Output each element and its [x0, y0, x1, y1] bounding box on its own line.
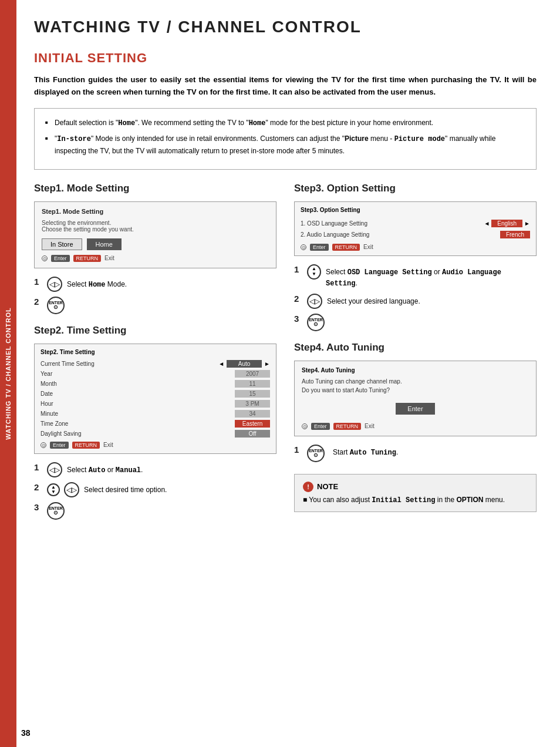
step2-inst1: 1 ◁▷ Select Auto or Manual. — [34, 462, 276, 477]
intro-text: This Function guides the user to easily … — [34, 74, 537, 99]
step3-inst1: 1 ▲ ▼ Select OSD Language Setting or Aud… — [294, 264, 537, 289]
step2-inst3: 3 ENTER ⊙ — [34, 502, 276, 520]
time-row-daylight: Daylight Saving Off — [41, 429, 270, 439]
step3-screen: Step3. Option Setting 1. OSD Language Se… — [294, 201, 537, 256]
step3-footer: ⊙ Enter RETURN Exit — [301, 244, 530, 251]
enter-icon-step2: ENTER ⊙ — [47, 502, 65, 520]
step4-footer: ⊙ Enter RETURN Exit — [302, 423, 529, 430]
step1-inst1: 1 ◁▷ Select Home Mode. — [34, 277, 276, 292]
step4-section: Step4. Auto Tuning Step4. Auto Tuning Au… — [294, 342, 537, 512]
right-column: Step3. Option Setting Step3. Option Sett… — [294, 183, 537, 524]
step3-inst1-text: Select OSD Language Setting or Audio Lan… — [326, 264, 537, 289]
note-title: ! NOTE — [303, 482, 528, 492]
lr-icon-step2b: ◁▷ — [64, 482, 79, 497]
step1-inst2: 2 ENTER ⊙ — [34, 297, 276, 314]
step1-heading: Step1. Mode Setting — [34, 183, 276, 194]
step2-inst2-text: Select desired time option. — [84, 482, 167, 495]
note-box: ! NOTE ■ You can also adjust Initial Set… — [294, 474, 537, 512]
step4-screen: Step4. Auto Tuning Auto Tuning can chang… — [294, 361, 537, 436]
step1-screen-title: Step1. Mode Setting — [42, 208, 269, 215]
page-title: WATCHING TV / CHANNEL CONTROL — [34, 18, 537, 36]
step3-inst2: 2 ◁▷ Select your desired language. — [294, 294, 537, 309]
step3-section: Step3. Option Setting Step3. Option Sett… — [294, 183, 537, 331]
step4-screen-title: Step4. Auto Tuning — [302, 367, 529, 374]
ud-icon-step2: ▲▼ — [47, 483, 60, 496]
time-row-month: Month 11 — [41, 379, 270, 389]
step1-footer: ⊙ Enter RETURN Exit — [42, 255, 269, 262]
step1-section: Step1. Mode Setting Step1. Mode Setting … — [34, 183, 276, 314]
left-column: Step1. Mode Setting Step1. Mode Setting … — [34, 183, 276, 524]
step4-enter-btn: Enter — [396, 403, 434, 415]
sidebar: WATCHING TV / CHANNEL CONTROL — [0, 0, 16, 747]
audio-row: 2. Audio Language Setting French — [301, 229, 530, 240]
step4-heading: Step4. Auto Tuning — [294, 342, 537, 354]
step2-screen-title: Step2. Time Setting — [41, 349, 270, 355]
time-row-timezone: Time Zone Eastern — [41, 419, 270, 429]
home-btn: Home — [87, 238, 122, 250]
step3-inst2-text: Select your desired language. — [327, 294, 420, 307]
time-row-year: Year 2007 — [41, 369, 270, 379]
in-store-btn: In Store — [42, 238, 82, 250]
lr-icon-step3: ◁▷ — [307, 294, 322, 309]
time-row-minute: Minute 34 — [41, 409, 270, 419]
step2-section: Step2. Time Setting Step2. Time Setting … — [34, 325, 276, 520]
step1-screen-subtitle: Selecting the environment.Choose the set… — [42, 220, 269, 233]
osd-row: 1. OSD Language Setting ◄ English ► — [301, 218, 530, 229]
step3-inst3: 3 ENTER ⊙ — [294, 314, 537, 331]
sidebar-label: WATCHING TV / CHANNEL CONTROL — [5, 307, 12, 439]
note-text: ■ You can also adjust Initial Setting in… — [303, 496, 528, 504]
ud-icon-step3: ▲ ▼ — [307, 264, 321, 280]
time-row-date: Date 15 — [41, 389, 270, 399]
bullet-2: "In-store" Mode is only intended for use… — [45, 133, 525, 157]
left-right-icon: ◁▷ — [47, 277, 62, 292]
step4-inst1-text: Start Auto Tuning. — [333, 445, 398, 458]
step2-screen: Step2. Time Setting Current Time Setting… — [34, 344, 276, 454]
step3-screen-title: Step3. Option Setting — [301, 207, 530, 213]
info-box: Default selection is "Home". We recommen… — [34, 108, 537, 170]
step2-heading: Step2. Time Setting — [34, 325, 276, 337]
enter-icon-step4: ENTER ⊙ — [307, 445, 325, 462]
page-number: 38 — [21, 728, 31, 738]
enter-icon-step1: ENTER ⊙ — [47, 297, 65, 314]
time-row-hour: Hour 3 PM — [41, 399, 270, 409]
step2-inst1-text: Select Auto or Manual. — [67, 462, 143, 476]
step3-heading: Step3. Option Setting — [294, 183, 537, 194]
step4-inst1: 1 ENTER ⊙ Start Auto Tuning. — [294, 445, 537, 462]
time-row-current: Current Time Setting ◄ Auto ► — [41, 359, 270, 369]
mode-buttons: In Store Home — [42, 238, 269, 250]
step1-inst1-text: Select Home Mode. — [67, 277, 127, 290]
note-icon: ! — [303, 482, 313, 492]
lr-icon-step2: ◁▷ — [47, 462, 62, 477]
section-heading: INITIAL SETTING — [34, 51, 537, 66]
enter-icon-step3: ENTER ⊙ — [307, 314, 325, 331]
step4-screen-text: Auto Tuning can change channel map.Do yo… — [302, 377, 529, 395]
step2-footer: ⊙ Enter RETURN Exit — [41, 442, 270, 449]
step2-inst2: 2 ▲▼ ◁▷ Select desired time option. — [34, 482, 276, 497]
step1-screen: Step1. Mode Setting Selecting the enviro… — [34, 201, 276, 268]
bullet-1: Default selection is "Home". We recommen… — [45, 117, 525, 129]
